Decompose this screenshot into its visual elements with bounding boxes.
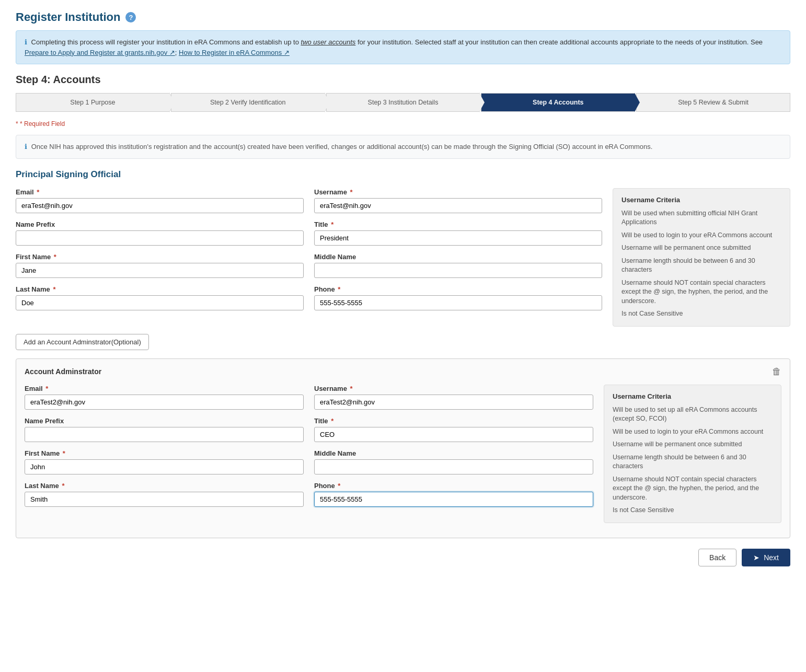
aa-phone-group: Phone *: [314, 482, 593, 507]
pso-lastname-group: Last Name *: [16, 285, 304, 310]
progress-bar: Step 1 Purpose Step 2 Verify Identificat…: [16, 93, 790, 112]
aa-lastname-label: Last Name *: [25, 482, 304, 490]
aa-username-group: Username *: [314, 385, 593, 410]
pso-title-input[interactable]: [314, 230, 602, 246]
pso-title-label: Title *: [314, 221, 602, 228]
notice-box: ℹ Once NIH has approved this institution…: [16, 135, 790, 159]
progress-step-3[interactable]: Step 3 Institution Details: [326, 93, 480, 112]
pso-section-title: Principal Signing Official: [16, 169, 790, 180]
aa-prefix-input[interactable]: [25, 427, 304, 442]
link-prepare[interactable]: Prepare to Apply and Register at grants.…: [25, 49, 175, 56]
info-banner: ℹ Completing this process will register …: [16, 30, 790, 64]
delete-admin-icon[interactable]: 🗑: [772, 366, 781, 377]
help-icon[interactable]: ?: [125, 12, 136, 22]
aa-row-firstname-middlename: First Name * Middle Name: [25, 449, 593, 474]
aa-row-prefix-title: Name Prefix Title *: [25, 417, 593, 442]
progress-step-1[interactable]: Step 1 Purpose: [16, 93, 170, 112]
aa-middlename-input[interactable]: [314, 459, 593, 474]
next-button[interactable]: ➤ Next: [742, 549, 790, 566]
aa-row-email-username: Email * Username *: [25, 385, 593, 410]
required-note: * * Required Field: [16, 120, 790, 128]
aa-criteria-item-6: Is not Case Sensitive: [613, 506, 773, 515]
aa-criteria-item-5: Username should NOT contain special char…: [613, 475, 773, 503]
pso-fields: Email * Username * Name Prefix Title * F…: [16, 188, 602, 327]
aa-criteria-title: Username Criteria: [613, 392, 773, 400]
aa-criteria-item-3: Username will be permanent once submitte…: [613, 440, 773, 449]
pso-middlename-input[interactable]: [314, 263, 602, 278]
pso-row-email-username: Email * Username *: [16, 188, 602, 213]
pso-criteria-item-1: Will be used when submitting official NI…: [621, 209, 781, 227]
info-icon: ℹ: [25, 38, 27, 46]
aa-criteria-item-4: Username length should be between 6 and …: [613, 453, 773, 471]
next-label: Next: [764, 553, 779, 562]
pso-username-label: Username *: [314, 188, 602, 196]
aa-firstname-group: First Name *: [25, 449, 304, 474]
page-title-container: Register Institution ?: [16, 10, 790, 24]
aa-phone-input[interactable]: [314, 492, 593, 507]
aa-lastname-input[interactable]: [25, 492, 304, 507]
pso-criteria-title: Username Criteria: [621, 196, 781, 204]
pso-criteria-item-4: Username length should be between 6 and …: [621, 257, 781, 275]
pso-lastname-label: Last Name *: [16, 285, 304, 293]
aa-prefix-group: Name Prefix: [25, 417, 304, 442]
pso-username-input[interactable]: [314, 198, 602, 213]
pso-firstname-label: First Name *: [16, 253, 304, 261]
aa-username-label: Username *: [314, 385, 593, 392]
aa-title-input[interactable]: [314, 427, 593, 442]
aa-middlename-group: Middle Name: [314, 449, 593, 474]
aa-email-label: Email *: [25, 385, 304, 392]
pso-firstname-input[interactable]: [16, 263, 304, 278]
aa-username-input[interactable]: [314, 395, 593, 410]
pso-prefix-input[interactable]: [16, 230, 304, 246]
pso-firstname-group: First Name *: [16, 253, 304, 278]
pso-phone-input[interactable]: [314, 295, 602, 310]
aa-form-area: Email * Username * Name Prefix Title *: [25, 385, 781, 523]
step-heading: Step 4: Accounts: [16, 74, 790, 86]
pso-row-lastname-phone: Last Name * Phone *: [16, 285, 602, 310]
progress-step-4[interactable]: Step 4 Accounts: [481, 93, 635, 112]
account-admin-section: Account Adminstrator 🗑 Email * Username …: [16, 358, 790, 538]
pso-email-group: Email *: [16, 188, 304, 213]
account-admin-title: Account Adminstrator: [25, 367, 101, 376]
progress-step-2[interactable]: Step 2 Verify Identification: [171, 93, 325, 112]
pso-prefix-label: Name Prefix: [16, 221, 304, 228]
aa-title-label: Title *: [314, 417, 593, 425]
pso-row-firstname-middlename: First Name * Middle Name: [16, 253, 602, 278]
aa-firstname-input[interactable]: [25, 459, 304, 474]
pso-email-label: Email *: [16, 188, 304, 196]
pso-phone-label: Phone *: [314, 285, 602, 293]
aa-email-input[interactable]: [25, 395, 304, 410]
pso-criteria-item-2: Will be used to login to your eRA Common…: [621, 231, 781, 240]
pso-row-prefix-title: Name Prefix Title *: [16, 221, 602, 246]
progress-step-5[interactable]: Step 5 Review & Submit: [636, 93, 790, 112]
aa-criteria-box: Username Criteria Will be used to set up…: [604, 385, 781, 523]
pso-middlename-label: Middle Name: [314, 253, 602, 261]
aa-lastname-group: Last Name *: [25, 482, 304, 507]
next-arrow-icon: ➤: [753, 553, 759, 562]
pso-criteria-item-5: Username should NOT contain special char…: [621, 279, 781, 306]
account-admin-header: Account Adminstrator 🗑: [25, 366, 781, 377]
aa-prefix-label: Name Prefix: [25, 417, 304, 425]
pso-phone-group: Phone *: [314, 285, 602, 310]
required-asterisk: *: [16, 120, 18, 128]
link-register[interactable]: How to Register in eRA Commons ↗: [179, 49, 290, 56]
notice-text: Once NIH has approved this institution's…: [31, 143, 653, 150]
aa-fields: Email * Username * Name Prefix Title *: [25, 385, 593, 523]
back-button[interactable]: Back: [698, 549, 736, 566]
pso-username-group: Username *: [314, 188, 602, 213]
page-title: Register Institution: [16, 10, 120, 24]
aa-row-lastname-phone: Last Name * Phone *: [25, 482, 593, 507]
pso-middlename-group: Middle Name: [314, 253, 602, 278]
aa-criteria-item-1: Will be used to set up all eRA Commons a…: [613, 405, 773, 424]
notice-icon: ℹ: [25, 143, 27, 150]
pso-form-area: Email * Username * Name Prefix Title * F…: [16, 188, 790, 327]
pso-lastname-input[interactable]: [16, 295, 304, 310]
aa-title-group: Title *: [314, 417, 593, 442]
aa-phone-label: Phone *: [314, 482, 593, 490]
pso-criteria-box: Username Criteria Will be used when subm…: [613, 188, 790, 327]
aa-email-group: Email *: [25, 385, 304, 410]
add-account-button[interactable]: Add an Account Adminstrator(Optional): [16, 334, 149, 350]
pso-email-input[interactable]: [16, 198, 304, 213]
footer-nav: Back ➤ Next: [16, 549, 790, 566]
pso-criteria-item-3: Username will be permanent once submitte…: [621, 244, 781, 253]
